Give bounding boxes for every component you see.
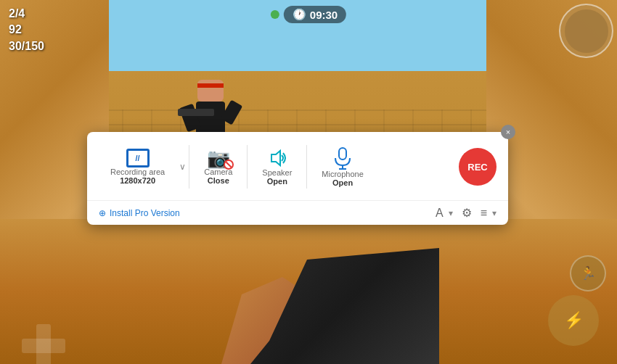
hud-clock: 🕐 09:30 <box>284 6 346 23</box>
microphone-status: Open <box>332 178 353 187</box>
svg-rect-1 <box>339 148 346 160</box>
camera-icon-wrap: 📷 <box>207 149 230 167</box>
svg-marker-0 <box>271 151 280 165</box>
camera-item[interactable]: 📷 Camera Close <box>192 143 244 191</box>
dpad-vertical <box>36 324 51 364</box>
clock-time: 09:30 <box>310 9 338 21</box>
recording-area-item[interactable]: Recording area 1280x720 <box>99 143 176 191</box>
hud-ammo-main: 92 <box>9 22 44 38</box>
text-style-icon: A <box>436 207 444 220</box>
hud-ammo-reserve: 30/150 <box>9 38 44 54</box>
recording-toolbar: × Recording area 1280x720 ∨ 📷 Ca <box>87 132 508 225</box>
microphone-item[interactable]: Microphone Open <box>310 141 375 193</box>
camera-disabled-icon <box>224 160 234 170</box>
fp-weapon <box>221 219 439 364</box>
rec-button-label: REC <box>467 162 487 173</box>
install-pro-label: Install Pro Version <box>110 208 180 218</box>
recording-area-value: 1280x720 <box>120 176 155 185</box>
hud-timer-area: 🕐 09:30 <box>271 6 346 23</box>
toolbar-main-row: Recording area 1280x720 ∨ 📷 Camera Close <box>87 132 508 200</box>
hud-score: 2/4 <box>9 6 44 22</box>
recording-area-icon <box>126 149 150 167</box>
recording-area-dropdown[interactable]: ∨ <box>179 162 186 172</box>
run-button[interactable]: 🏃 <box>570 255 606 291</box>
action-button[interactable]: ⚡ <box>548 295 599 346</box>
close-icon: × <box>506 128 510 136</box>
menu-icon: ≡ <box>481 207 487 220</box>
speaker-icon-wrap <box>266 148 289 168</box>
minimap <box>559 4 613 58</box>
settings-icon: ⚙ <box>462 206 472 220</box>
microphone-icon <box>332 146 353 170</box>
toolbar-bottom-right: A ▾ ⚙ ≡ ▾ <box>436 206 497 220</box>
minimap-inner <box>565 9 608 53</box>
hud-stats: 2/4 92 30/150 <box>9 6 44 54</box>
menu-button[interactable]: ≡ ▾ <box>481 207 497 220</box>
signal-dot <box>271 10 279 19</box>
recording-area-label: Recording area <box>110 167 165 176</box>
speaker-item[interactable]: Speaker Open <box>250 142 303 191</box>
toolbar-bottom-row: ⊕ Install Pro Version A ▾ ⚙ ≡ ▾ <box>87 200 508 225</box>
microphone-label: Microphone <box>322 170 363 178</box>
settings-button[interactable]: ⚙ <box>462 206 472 220</box>
speaker-label: Speaker <box>262 168 292 177</box>
install-pro-icon: ⊕ <box>99 208 106 218</box>
toolbar-close-button[interactable]: × <box>501 125 515 139</box>
divider-3 <box>306 145 307 189</box>
text-style-button[interactable]: A ▾ <box>436 207 453 220</box>
rec-button[interactable]: REC <box>459 148 497 186</box>
install-pro-link[interactable]: ⊕ Install Pro Version <box>99 208 180 218</box>
speaker-status: Open <box>267 177 287 186</box>
action-icon: ⚡ <box>564 311 584 330</box>
game-background: 2/4 92 30/150 🕐 09:30 🏃 ⚡ <box>0 0 617 364</box>
camera-status: Close <box>208 176 229 185</box>
mic-icon-wrap <box>332 146 353 170</box>
text-style-dropdown[interactable]: ▾ <box>449 208 453 218</box>
clock-icon: 🕐 <box>293 8 306 21</box>
char-headband <box>197 83 224 88</box>
divider-1 <box>189 145 189 189</box>
run-icon: 🏃 <box>580 265 596 281</box>
speaker-icon <box>266 148 289 168</box>
menu-dropdown[interactable]: ▾ <box>492 208 497 218</box>
divider-2 <box>247 145 248 189</box>
char-gun <box>178 109 214 116</box>
